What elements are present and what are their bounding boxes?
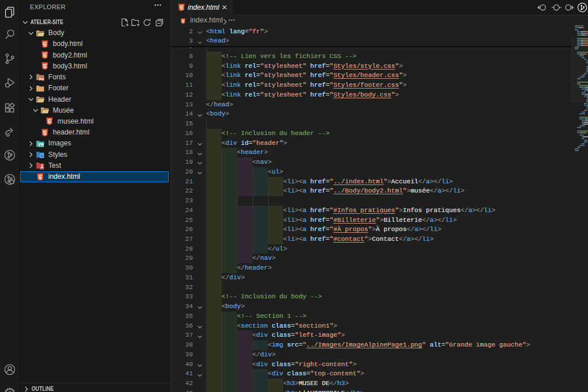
svg-text:Aa: Aa [38, 76, 44, 82]
